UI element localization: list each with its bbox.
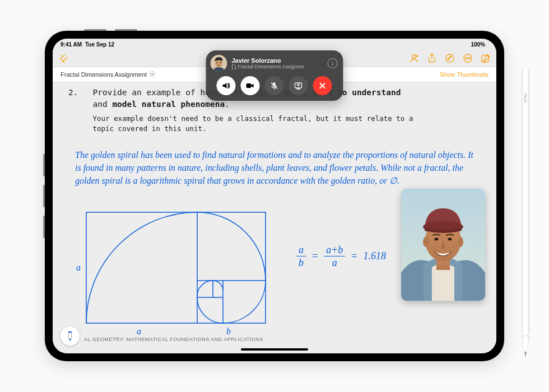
svg-rect-21 xyxy=(68,332,71,333)
eq-equals: = xyxy=(351,250,357,262)
svg-rect-15 xyxy=(86,212,266,323)
end-call-button[interactable] xyxy=(313,76,332,95)
svg-point-6 xyxy=(412,55,416,58)
ipad-device-frame: 9:41 AM Tue Sep 12 100% xyxy=(45,31,504,361)
eq-b: b xyxy=(299,256,304,268)
more-icon[interactable] xyxy=(463,53,473,63)
facetime-self-view[interactable] xyxy=(401,189,485,301)
page-footer-text: AL GEOMETRY: MATHEMATICAL FOUNDATIONS AN… xyxy=(84,337,263,342)
document-title-dropdown[interactable]: Fractal Dimensions Assignment xyxy=(61,71,155,78)
svg-point-33 xyxy=(220,62,221,63)
speaker-button[interactable] xyxy=(216,76,235,95)
ipad-screen: 9:41 AM Tue Sep 12 100% xyxy=(53,39,496,353)
facetime-controls xyxy=(211,76,338,95)
status-bar: 9:41 AM Tue Sep 12 100% xyxy=(53,39,496,50)
golden-spiral-drawing: a a b xyxy=(86,212,266,324)
collaborate-icon[interactable] xyxy=(409,53,419,63)
mic-off-button[interactable] xyxy=(264,76,283,95)
label-a-side: a xyxy=(76,263,81,273)
svg-point-25 xyxy=(423,237,429,247)
home-indicator[interactable] xyxy=(241,348,308,351)
eq-result: 1.618 xyxy=(363,250,386,262)
eq-a: a xyxy=(296,245,306,256)
svg-point-29 xyxy=(448,238,452,241)
shared-document-label: Fractal Dimensions Assignme xyxy=(232,64,323,69)
facetime-call-banner[interactable]: Javier Solorzano Fractal Dimensions Assi… xyxy=(206,50,343,101)
svg-point-26 xyxy=(458,237,463,247)
caller-name: Javier Solorzano xyxy=(232,57,323,64)
label-a-bottom: a xyxy=(137,326,141,337)
show-thumbnails-button[interactable]: Show Thumbnails xyxy=(440,71,488,78)
caller-avatar xyxy=(211,55,227,72)
battery-percent: 100% xyxy=(471,41,485,48)
q-text: and xyxy=(92,100,112,109)
svg-rect-34 xyxy=(246,83,251,88)
golden-ratio-equation: ab = a+ba = 1.618 xyxy=(296,245,386,268)
chevron-down-icon xyxy=(150,71,155,78)
collapse-sidebar-icon[interactable] xyxy=(58,53,68,63)
svg-point-32 xyxy=(217,62,218,63)
status-time: 9:41 AM xyxy=(61,41,82,48)
hardware-buttons xyxy=(84,29,106,31)
q-bold: model natural phenomena xyxy=(112,100,225,109)
share-icon[interactable] xyxy=(427,53,437,63)
info-icon[interactable]: i xyxy=(328,58,338,68)
document-title: Fractal Dimensions Assignment xyxy=(61,71,147,78)
svg-rect-41 xyxy=(522,67,529,336)
note-canvas[interactable]: 2. Provide an example of how mathematics… xyxy=(53,82,496,353)
svg-point-7 xyxy=(416,55,417,57)
svg-point-11 xyxy=(467,58,468,59)
question-number: 2. xyxy=(68,87,78,134)
eq-ab: a+b xyxy=(324,245,345,256)
handwritten-answer: The golden spiral has been used to find … xyxy=(75,148,474,188)
pencil-tool-fab[interactable] xyxy=(61,326,80,346)
svg-point-28 xyxy=(435,238,439,241)
shared-doc-name: Fractal Dimensions Assignme xyxy=(238,64,305,69)
compose-icon[interactable] xyxy=(481,53,491,63)
svg-point-14 xyxy=(150,72,155,77)
pencil-label: Pencil xyxy=(524,94,527,102)
camera-button[interactable] xyxy=(240,76,259,95)
markup-icon[interactable] xyxy=(445,53,455,63)
svg-point-10 xyxy=(466,58,467,59)
eq-a2: a xyxy=(332,256,337,268)
label-b-bottom: b xyxy=(226,326,231,337)
apple-pencil: Pencil xyxy=(520,67,531,358)
status-date: Tue Sep 12 xyxy=(85,41,114,48)
svg-point-12 xyxy=(469,58,471,59)
eq-equals: = xyxy=(311,250,318,262)
q-text: . xyxy=(225,100,230,109)
question-subtext: Your example doesn't need to be a classi… xyxy=(92,114,417,134)
screenshare-button[interactable] xyxy=(289,76,308,95)
